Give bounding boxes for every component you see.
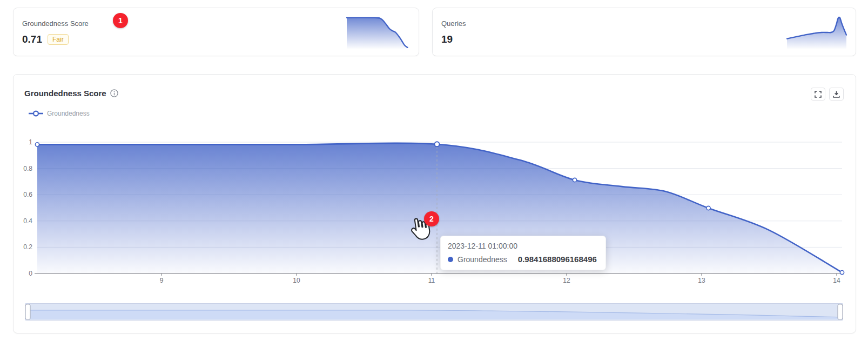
stat-label: Groundedness Score	[22, 19, 89, 28]
download-button[interactable]	[829, 88, 844, 101]
legend-item-groundedness[interactable]: Groundedness	[29, 110, 90, 117]
fullscreen-button[interactable]	[811, 88, 825, 101]
svg-text:0.6: 0.6	[23, 191, 32, 198]
annotation-badge-2: 2	[424, 211, 439, 226]
svg-text:14: 14	[833, 277, 840, 284]
tooltip-series-value: 0.9841688096168496	[518, 255, 597, 264]
svg-text:11: 11	[428, 277, 435, 284]
svg-text:12: 12	[563, 277, 570, 284]
groundedness-chart: 9101112131400.20.40.60.81	[14, 75, 856, 333]
svg-text:9: 9	[160, 277, 164, 284]
svg-text:13: 13	[698, 277, 705, 284]
annotation-badge-1: 1	[113, 13, 128, 28]
tooltip-series-name: Groundedness	[457, 255, 507, 264]
fullscreen-icon	[815, 91, 822, 98]
groundedness-score-card: Groundedness Score 0.71 Fair 1	[13, 8, 419, 56]
evaluation-dashboard: Groundedness Score 0.71 Fair 1 Queries 1…	[0, 0, 868, 347]
stat-value: 0.71	[22, 34, 42, 45]
svg-text:0: 0	[29, 270, 32, 277]
queries-sparkline	[786, 16, 847, 49]
svg-text:0.2: 0.2	[23, 243, 32, 251]
legend-label: Groundedness	[47, 110, 90, 117]
datazoom-slider[interactable]	[25, 303, 843, 321]
info-icon[interactable]	[110, 89, 118, 97]
stat-label: Queries	[441, 19, 466, 28]
chart-title: Groundedness Score	[24, 89, 106, 98]
rating-badge: Fair	[48, 34, 69, 45]
svg-text:1: 1	[29, 138, 32, 146]
series-dot-icon	[448, 257, 453, 262]
groundedness-chart-card: 9101112131400.20.40.60.81 Groundedness S…	[13, 74, 856, 333]
queries-card: Queries 19	[432, 8, 856, 56]
svg-text:10: 10	[293, 277, 300, 284]
svg-text:0.8: 0.8	[23, 165, 32, 172]
chart-tooltip: 2023-12-11 01:00:00 Groundedness 0.98416…	[440, 236, 606, 270]
tooltip-timestamp: 2023-12-11 01:00:00	[448, 242, 597, 250]
svg-text:0.4: 0.4	[23, 217, 32, 225]
groundedness-sparkline	[346, 16, 410, 49]
legend-marker-icon	[29, 110, 43, 117]
stat-value: 19	[441, 34, 453, 45]
datazoom-handle-right[interactable]	[838, 304, 843, 319]
datazoom-handle-left[interactable]	[25, 304, 30, 319]
download-icon	[833, 91, 840, 98]
